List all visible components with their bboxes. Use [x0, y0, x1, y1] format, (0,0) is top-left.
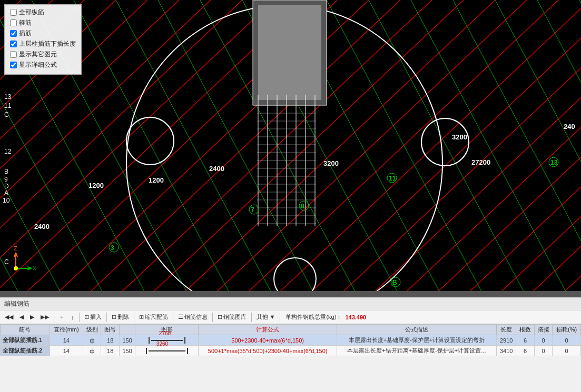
- last-button[interactable]: ▶▶: [38, 313, 52, 321]
- bar-end-right: [184, 337, 185, 344]
- col-formula: 计算公式: [199, 325, 337, 335]
- other-button[interactable]: 其他 ▼: [254, 312, 278, 322]
- insert-button[interactable]: ⊡ 插入: [82, 312, 104, 322]
- separator-2: [79, 313, 80, 322]
- cell-description: 本层露出长度+基础厚度-保护层+计算设置设定的弯折: [337, 335, 496, 346]
- cb-upper-insert[interactable]: 上层柱插筋下插长度: [10, 39, 76, 48]
- cell-spacing: 150: [119, 335, 135, 346]
- col-description: 公式描述: [337, 325, 496, 335]
- bar-value: 3260: [156, 341, 168, 347]
- cb-show-formula[interactable]: 显示详细公式: [10, 61, 76, 69]
- insert-label: 插入: [90, 313, 102, 321]
- cell-grade: ф: [83, 335, 101, 346]
- toolbar-button-row: ◀◀ ◀ ▶ ▶▶ ＋ ↓ ⊡ 插入 ⊟ 删除 ⊞ 缩尺配筋 ☰ 钢筋信息: [0, 310, 581, 324]
- cell-spacing: 150: [119, 346, 135, 356]
- separator-8: [280, 313, 280, 322]
- cell-overlap: 0: [534, 335, 553, 346]
- cell-overlap: 0: [534, 346, 553, 356]
- cell-diameter: 14: [50, 335, 83, 346]
- cb-stirrup-input[interactable]: [10, 19, 17, 26]
- col-overlap: 搭接: [534, 325, 553, 335]
- add-button[interactable]: ＋: [56, 312, 67, 322]
- bar-end-left: [149, 337, 150, 344]
- cb-all-longitudinal-label: 全部纵筋: [19, 8, 44, 17]
- cell-loss: 0: [553, 346, 581, 356]
- lib-icon: ⊡: [218, 314, 222, 320]
- col-grade: 级别: [83, 325, 101, 335]
- bar-line: [149, 350, 185, 351]
- separator-4: [134, 313, 134, 322]
- scale-rebar-button[interactable]: ⊞ 缩尺配筋: [136, 312, 171, 322]
- cb-insert-label: 插筋: [19, 29, 32, 38]
- cell-rebar-id: 全部纵筋插筋.2: [1, 346, 50, 356]
- cb-show-other-input[interactable]: [10, 51, 17, 58]
- col-length: 长度: [496, 325, 516, 335]
- bar-end-right: [187, 348, 188, 354]
- cell-formula: 500+2300-40+max(6*d,150): [199, 335, 337, 346]
- col-spacing: [119, 325, 135, 335]
- info-icon: ☰: [178, 314, 183, 320]
- add-icon: ＋: [59, 313, 65, 321]
- insert-icon: ⊡: [84, 314, 89, 320]
- cb-show-other[interactable]: 显示其它图元: [10, 50, 76, 59]
- bar-diagram: 3260: [146, 347, 188, 355]
- rebar-info-label: 钢筋信息: [184, 313, 208, 321]
- rebar-info-button[interactable]: ☰ 钢筋信息: [175, 312, 210, 322]
- bar-end-left: [146, 348, 147, 354]
- col-loss: 损耗(%): [553, 325, 581, 335]
- scale-label: 缩尺配筋: [145, 313, 168, 321]
- cell-diameter: 14: [50, 346, 83, 356]
- cb-insert[interactable]: 插筋: [10, 29, 76, 38]
- rebar-lib-button[interactable]: ⊡ 钢筋图库: [215, 312, 249, 322]
- delete-icon: ⊟: [112, 314, 116, 320]
- other-label: 其他 ▼: [257, 313, 275, 321]
- rebar-lib-label: 钢筋图库: [223, 313, 247, 321]
- cell-loss: 0: [553, 335, 581, 346]
- cb-all-longitudinal[interactable]: 全部纵筋: [10, 8, 76, 17]
- cb-show-formula-input[interactable]: [10, 62, 17, 68]
- scale-icon: ⊞: [139, 314, 144, 320]
- cell-length: 2910: [496, 335, 516, 346]
- rebar-data-table: 筋号 直径(mm) 级别 图号 图形 计算公式 公式描述 长度 根数 搭接 损耗…: [0, 324, 581, 356]
- delete-label: 删除: [117, 313, 129, 321]
- table-row[interactable]: 全部纵筋插筋.1 14 ф 18 150 2760 500+2300-40+ma…: [1, 335, 581, 346]
- cb-stirrup-label: 箍筋: [19, 18, 32, 27]
- delete-button[interactable]: ⊟ 删除: [109, 312, 132, 322]
- col-count: 根数: [516, 325, 535, 335]
- table-row[interactable]: 全部纵筋插筋.2 14 ф 18 150 3260 500+1*max(35*d…: [1, 346, 581, 356]
- cb-upper-insert-label: 上层柱插筋下插长度: [19, 39, 76, 48]
- prev-button[interactable]: ◀: [17, 313, 26, 321]
- first-button[interactable]: ◀◀: [2, 313, 16, 321]
- down-button[interactable]: ↓: [68, 313, 77, 321]
- cell-description: 本层露出长度+错开距离+基础厚度-保护层+计算设置...: [337, 346, 496, 356]
- cell-count: 6: [516, 335, 535, 346]
- cb-insert-input[interactable]: [10, 30, 17, 37]
- weight-label: 单构件钢筋总重(kg)：: [285, 313, 342, 321]
- rebar-table-container: 筋号 直径(mm) 级别 图号 图形 计算公式 公式描述 长度 根数 搭接 损耗…: [0, 324, 581, 392]
- down-icon: ↓: [71, 314, 74, 320]
- panel-title-text: 编辑钢筋: [4, 300, 29, 307]
- cell-formula: 500+1*max(35*d,500)+2300-40+max(6*d,150): [199, 346, 337, 356]
- cell-count: 6: [516, 346, 535, 356]
- col-diameter: 直径(mm): [50, 325, 83, 335]
- separator-6: [212, 313, 213, 322]
- cad-drawing: [0, 0, 581, 297]
- cell-shape-no: 18: [101, 335, 120, 346]
- display-options-panel: 全部纵筋 箍筋 插筋 上层柱插筋下插长度 显示其它图元 显示详细公式: [4, 4, 82, 75]
- separator-3: [106, 313, 107, 322]
- weight-value: 143.490: [345, 314, 366, 320]
- bar-value: 2760: [159, 330, 171, 336]
- col-rebar-id: 筋号: [1, 325, 50, 335]
- cb-all-longitudinal-input[interactable]: [10, 9, 17, 16]
- cb-upper-insert-input[interactable]: [10, 41, 17, 47]
- cb-stirrup[interactable]: 箍筋: [10, 18, 76, 27]
- cb-show-formula-label: 显示详细公式: [19, 61, 57, 69]
- cb-show-other-label: 显示其它图元: [19, 50, 57, 59]
- cell-shape: 3260: [135, 346, 199, 356]
- cad-viewport: 全部纵筋 箍筋 插筋 上层柱插筋下插长度 显示其它图元 显示详细公式: [0, 0, 581, 297]
- table-header-row: 筋号 直径(mm) 级别 图号 图形 计算公式 公式描述 长度 根数 搭接 损耗…: [1, 325, 581, 335]
- separator-7: [251, 313, 252, 322]
- horizontal-scrollbar[interactable]: [0, 291, 581, 297]
- cell-shape-no: 18: [101, 346, 120, 356]
- next-button[interactable]: ▶: [27, 313, 37, 321]
